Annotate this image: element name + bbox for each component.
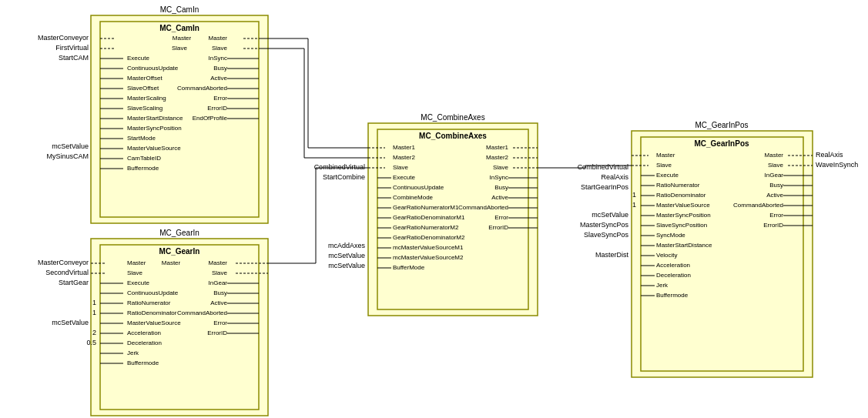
label-gearinpos-mastersyncpos: MasterSyncPos (580, 221, 629, 229)
combine-active: Active (491, 194, 508, 201)
gearinpos-commandaborted: CommandAborted (733, 202, 783, 209)
combine-grdm1: GearRatioDenominatorM1 (393, 214, 465, 221)
camin-active: Active (210, 75, 227, 82)
camin-masteroffset: MasterOffset (127, 75, 163, 82)
camin-error: Error (213, 95, 227, 102)
gearinpos-deceleration: Deceleration (656, 272, 691, 279)
mc-gearinpos-outer-title: MC_GearInPos (695, 121, 749, 129)
gearinpos-ratiodenominator: RatioDenominator (656, 192, 706, 199)
camin-buffermode: Buffermode (127, 165, 159, 172)
gearin-master-label: Master (162, 259, 181, 266)
gearinpos-active: Active (766, 192, 783, 199)
combine-master2-left: Master2 (393, 154, 415, 161)
mc-camin-outer-title: MC_CamIn (160, 5, 199, 14)
svg-rect-71 (641, 137, 803, 371)
gearin-deceleration: Deceleration (127, 339, 162, 346)
label-gearin-1b: 1 (92, 309, 96, 316)
camin-port-master-left: Master (173, 35, 192, 42)
gearinpos-slavesyncpos: SlaveSyncPosition (656, 222, 707, 229)
combine-slave-right: Slave (493, 164, 509, 171)
gearin-master-right: Master (209, 259, 228, 266)
gearinpos-errorid: ErrorID (763, 222, 783, 229)
mc-gearinpos-inner-title: MC_GearInPos (694, 139, 749, 148)
label-combinedvirtual: CombinedVirtual (314, 163, 365, 171)
label-firstvirtual: FirstVirtual (55, 44, 89, 52)
svg-rect-1 (100, 22, 259, 217)
mc-combineaxes-inner-title: MC_CombineAxes (419, 132, 487, 140)
gearinpos-slave-right: Slave (768, 162, 784, 169)
label-startcam: StartCAM (59, 54, 89, 62)
camin-masterstartdist: MasterStartDistance (127, 115, 183, 122)
gearin-buffermode: Buffermode (127, 359, 159, 366)
label-gearin-masterconveyor: MasterConveyor (38, 259, 89, 266)
svg-rect-25 (91, 239, 268, 416)
gearinpos-rationumerator: RatioNumerator (656, 182, 700, 189)
gearin-mastervaluesource: MasterValueSource (127, 319, 181, 326)
label-combine-mcsetvalue1: mcSetValue (328, 252, 365, 259)
label-out-waveinsynch: WaveInSynch (816, 161, 858, 169)
gearin-ingear: InGear (209, 279, 228, 286)
gearin-active: Active (210, 299, 227, 306)
combine-grdm2: GearRatioDenominatorM2 (393, 234, 465, 241)
camin-contupdate: ContinuousUpdate (127, 65, 179, 72)
combine-insync: InSync (490, 174, 508, 181)
combine-mcmvsm1: mcMasterValueSourceM1 (393, 244, 464, 251)
camin-startmode: StartMode (127, 135, 156, 142)
camin-slavescaling: SlaveScaling (127, 105, 163, 112)
camin-busy: Busy (213, 65, 227, 72)
camin-insync: InSync (209, 55, 227, 62)
label-startcombine: StartCombine (323, 173, 365, 181)
gearin-master-left: Master (127, 259, 146, 266)
camin-masterscaling: MasterScaling (127, 95, 166, 102)
label-gearin-2: 2 (92, 329, 96, 336)
combine-slave-left: Slave (393, 164, 409, 171)
mc-combineaxes-outer-title: MC_CombineAxes (421, 113, 484, 122)
camin-execute: Execute (127, 55, 149, 62)
camin-mastersyncpos: MasterSyncPosition (127, 125, 182, 132)
camin-commandaborted: CommandAborted (177, 85, 227, 92)
combine-contupdate: ContinuousUpdate (393, 184, 444, 191)
gearin-busy: Busy (213, 289, 227, 296)
camin-port-slave-right: Slave (212, 45, 228, 52)
combine-master1-right: Master1 (486, 144, 508, 151)
label-gearinpos-masterdist: MasterDist (595, 251, 629, 259)
camin-slaveoffset: SlaveOffset (127, 85, 159, 92)
label-gearinpos-1b: 1 (632, 201, 636, 209)
gearinpos-slave-left: Slave (656, 162, 672, 169)
label-gearinpos-realaxis: RealAxis (601, 173, 628, 181)
combine-grnm1: GearRatioNumeratorM1 (393, 204, 459, 211)
combine-master1-left: Master1 (393, 144, 415, 151)
connection-lines: MC_CamIn MC_CamIn Master Master Slave Sl… (0, 0, 868, 418)
label-mysinuscam: MySinusCAM (46, 152, 89, 160)
label-mcsetvalue-camin: mcSetValue (52, 142, 89, 150)
combine-error: Error (494, 214, 508, 221)
gearin-commandaborted: CommandAborted (177, 309, 227, 316)
gearin-acceleration: Acceleration (127, 329, 161, 336)
gearin-errorid: ErrorID (207, 329, 227, 336)
combine-errorid: ErrorID (488, 224, 508, 231)
svg-rect-47 (377, 129, 528, 309)
mc-gearin-outer-title: MC_GearIn (159, 229, 199, 237)
camin-endofprofile: EndOfProfile (193, 115, 228, 122)
label-gearin-1a: 1 (92, 299, 96, 306)
label-mcaddaxes: mcAddAxes (328, 242, 366, 249)
svg-rect-70 (632, 131, 813, 377)
gearinpos-error: Error (769, 212, 783, 219)
label-gearin-mcsetvalue: mcSetValue (52, 319, 89, 326)
label-masterconveyor: MasterConveyor (38, 34, 89, 42)
label-gearinpos-mcsetvalue: mcSetValue (592, 211, 628, 219)
mc-gearin-inner-title: MC_GearIn (159, 247, 200, 256)
camin-port-master-right: Master (209, 35, 228, 42)
combine-buffermode: BufferMode (393, 264, 425, 271)
gearin-slave-left: Slave (127, 269, 143, 276)
label-gearinpos-slavesyncpos: SlaveSyncPos (584, 231, 629, 239)
mc-camin-inner-title: MC_CamIn (159, 24, 199, 32)
gearinpos-syncmode: SyncMode (656, 232, 685, 239)
gearin-jerk: Jerk (127, 349, 139, 356)
label-combine-mcsetvalue2: mcSetValue (328, 262, 365, 269)
gearin-rationumerator: RatioNumerator (127, 299, 171, 306)
label-gearinpos-startgearinpos: StartGearInPos (581, 183, 629, 191)
combine-busy: Busy (494, 184, 508, 191)
label-gearinpos-1a: 1 (632, 191, 636, 199)
gearinpos-acceleration: Acceleration (656, 262, 690, 269)
